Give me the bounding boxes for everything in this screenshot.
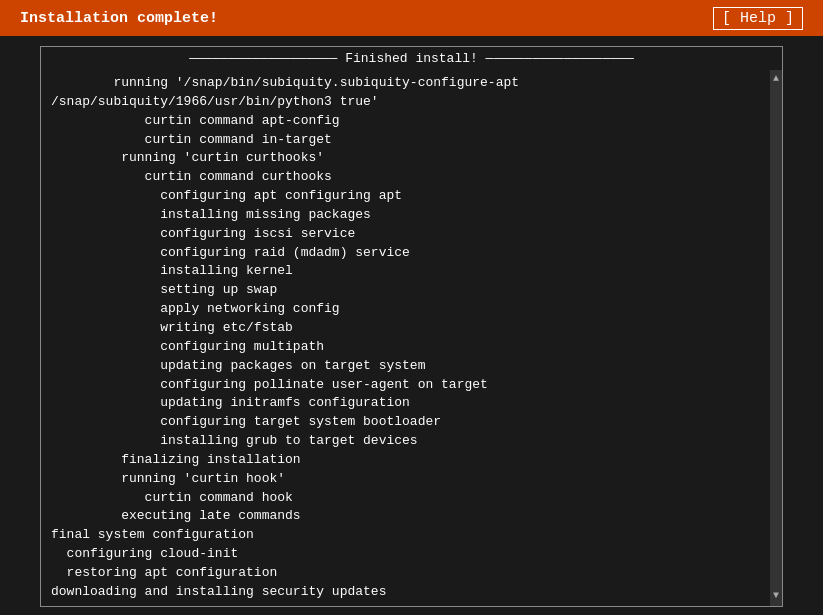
main-content: ——————————————————— Finished install! ——… xyxy=(0,36,823,615)
terminal-header-text: Finished install! xyxy=(345,51,478,66)
top-bar: Installation complete! [ Help ] xyxy=(0,0,823,36)
scrollbar[interactable]: ▲ ▼ xyxy=(770,70,782,606)
terminal-log: running '/snap/bin/subiquity.subiquity-c… xyxy=(41,70,782,606)
terminal-box: ——————————————————— Finished install! ——… xyxy=(40,46,783,607)
terminal-header: ——————————————————— Finished install! ——… xyxy=(41,47,782,70)
scrollbar-up-arrow[interactable]: ▲ xyxy=(773,72,779,87)
terminal-log-pre: running '/snap/bin/subiquity.subiquity-c… xyxy=(51,74,772,602)
help-button[interactable]: [ Help ] xyxy=(713,7,803,30)
scrollbar-down-arrow[interactable]: ▼ xyxy=(773,589,779,604)
top-bar-title: Installation complete! xyxy=(20,10,218,27)
